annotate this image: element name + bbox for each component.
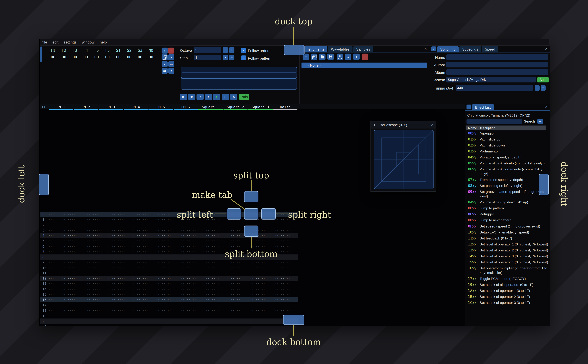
instrument-list-selected-item[interactable]: ○ - None - xyxy=(301,63,427,68)
orders-cell[interactable]: 00 xyxy=(113,55,124,59)
repeat-pattern-button[interactable]: ↻ xyxy=(230,94,238,100)
pattern-row[interactable]: 9 ··· ·· ·· ······ ·· ·· ······ ·· ·· ··… xyxy=(40,260,298,265)
window-menu-button[interactable]: ▼ xyxy=(467,104,471,110)
effect-row[interactable]: 1Bxx Set attack of operator 2 (0 to 1F) xyxy=(465,294,550,300)
effect-row[interactable]: 13xx Set level of operator 2 (0 highest,… xyxy=(465,247,550,253)
pattern-row[interactable]: 11 ··· ·· ·· ······ ·· ·· ······ ·· ·· ·… xyxy=(40,271,298,276)
collapse-arrow-icon[interactable]: ▼ xyxy=(373,124,376,126)
effect-row[interactable]: 1Cxx Set attack of operator 3 (0 to 1F) xyxy=(465,300,550,306)
follow-pattern-checkbox[interactable]: ✓ xyxy=(241,55,246,60)
song-info-tab[interactable]: Song Info xyxy=(437,46,459,52)
effect-row[interactable]: 0Bxx Jump to pattern xyxy=(465,205,550,211)
instrument-save-button[interactable] xyxy=(327,54,334,60)
split-target-top[interactable] xyxy=(244,191,258,202)
effect-row[interactable]: 17xx Toggle PCM mode (LEGACY) xyxy=(465,276,550,282)
orders-remove-button[interactable]: − xyxy=(168,48,174,54)
step-input[interactable]: 1 xyxy=(194,55,221,60)
make-tab-target-center[interactable] xyxy=(244,208,258,220)
name-input[interactable] xyxy=(446,54,548,60)
dock-target-bottom[interactable] xyxy=(283,315,304,325)
orders-cell[interactable]: 00 xyxy=(80,55,91,59)
effect-row[interactable]: 06xy Volume slide + portamento (compatib… xyxy=(465,166,550,177)
effect-row[interactable]: 07xy Tremolo (x: speed; y: depth) xyxy=(465,177,550,183)
pattern-row[interactable]: 18 ··· ·· ·· ······ ·· ·· ······ ·· ·· ·… xyxy=(40,308,298,313)
channel-header[interactable]: FM 4 xyxy=(123,104,148,110)
effect-table-header[interactable]: Name Description xyxy=(466,125,546,130)
pattern-row[interactable]: 0 ··· ·· ·· ······ ·· ·· ······ ·· ·· ··… xyxy=(40,212,298,217)
menu-item[interactable]: settings xyxy=(64,40,77,44)
orders-cell[interactable]: 00 xyxy=(91,55,102,59)
instruments-tab[interactable]: Wavetables xyxy=(328,46,352,52)
orders-cell[interactable]: 00 xyxy=(69,55,80,59)
edit-toggle-button[interactable]: ● xyxy=(213,94,220,100)
channel-header[interactable]: Square 1 xyxy=(198,104,223,110)
orders-cell[interactable]: 00 xyxy=(102,55,113,59)
step-increase-button[interactable]: + xyxy=(229,55,234,60)
tuning-input[interactable]: 440 xyxy=(456,85,533,91)
poly-toggle-button[interactable]: Poly xyxy=(239,94,249,100)
channel-header[interactable]: Noise xyxy=(273,104,298,110)
effect-row[interactable]: 0Dxx Jump to next pattern xyxy=(465,217,550,223)
effect-row[interactable]: 19xx Set attack of all operators (0 to 1… xyxy=(465,282,550,288)
effect-row[interactable]: 08xy Set panning (x: left; y: right) xyxy=(465,183,550,189)
octave-decrease-button[interactable]: - xyxy=(223,47,228,53)
split-target-bottom[interactable] xyxy=(244,226,258,237)
pattern-row[interactable]: 2 ··· ·· ·· ······ ·· ·· ······ ·· ·· ··… xyxy=(40,222,298,228)
effect-list-tab[interactable]: Effect List xyxy=(472,104,494,110)
instrument-folders-button[interactable] xyxy=(337,54,343,60)
menu-item[interactable]: window xyxy=(82,40,94,44)
instrument-delete-button[interactable]: × xyxy=(362,54,368,60)
author-input[interactable] xyxy=(446,62,548,67)
close-icon[interactable]: × xyxy=(424,47,427,51)
orders-move-down-button[interactable]: ▼ xyxy=(162,61,168,67)
metronome-button[interactable]: ♩ xyxy=(222,94,229,100)
effect-row[interactable]: 14xx Set level of operator 3 (0 highest,… xyxy=(465,253,550,259)
pattern-row[interactable]: 1 ··· ·· ·· ······ ·· ·· ······ ·· ·· ··… xyxy=(40,217,298,222)
pattern-row[interactable]: 21 ··· ·· ·· ······ ·· ·· ······ ·· ·· ·… xyxy=(40,324,298,326)
effect-row[interactable]: 10xy Setup LFO (x: enable; y: speed) xyxy=(465,229,550,235)
channel-header[interactable]: Square 3 xyxy=(248,104,273,110)
play-pattern-button[interactable]: ◉ xyxy=(188,94,195,100)
instruments-tab[interactable]: Samples xyxy=(353,46,373,52)
pattern-row[interactable]: 3 ··· ·· ·· ······ ·· ·· ······ ·· ·· ··… xyxy=(40,228,298,233)
instrument-move-up-button[interactable]: ▲ xyxy=(345,54,351,60)
tuning-increase-button[interactable]: + xyxy=(541,85,546,91)
octave-increase-button[interactable]: + xyxy=(229,47,234,53)
channel-header[interactable]: FM 5 xyxy=(148,104,173,110)
effect-row[interactable]: 02xx Pitch slide down xyxy=(465,142,550,148)
effect-row[interactable]: 04xy Vibrato (x: speed; y: depth) xyxy=(465,154,550,160)
orders-cell[interactable]: 00 xyxy=(124,55,135,59)
oscilloscope-titlebar[interactable]: ▼ Oscilloscope (X-Y) xyxy=(371,121,436,129)
effect-row[interactable]: 0Axy Volume slide (0y: down; x0: up) xyxy=(465,199,550,205)
effect-search-input[interactable] xyxy=(467,119,522,124)
song-info-tab[interactable]: Subsongs xyxy=(459,46,481,52)
pattern-row[interactable]: 19 ··· ·· ·· ······ ·· ·· ······ ·· ·· ·… xyxy=(40,313,298,318)
system-auto-button[interactable]: Auto xyxy=(537,77,548,82)
pattern-corner-expand[interactable]: ++ xyxy=(42,105,46,109)
orders-cell[interactable]: 00 xyxy=(59,55,69,59)
pattern-row[interactable]: 4 ··· ·· ·· ······ ·· ·· ······ ·· ·· ··… xyxy=(40,233,298,238)
close-icon[interactable]: × xyxy=(431,123,434,127)
effect-row[interactable]: 0Fxx Set speed (speed 2 if no grooves ex… xyxy=(465,223,550,229)
channel-header[interactable]: FM 6 xyxy=(173,104,198,110)
octave-input[interactable]: 3 xyxy=(194,47,221,53)
instruments-tab[interactable]: Instruments xyxy=(303,46,327,52)
dock-target-right[interactable] xyxy=(539,174,548,195)
orders-duplicate-end-button[interactable]: ⇊ xyxy=(168,61,174,67)
effect-row[interactable]: 09xx Set groove pattern (speed 1 if no g… xyxy=(465,189,550,199)
close-icon[interactable]: × xyxy=(545,105,548,109)
channel-header[interactable]: FM 1 xyxy=(48,104,73,110)
pattern-row[interactable]: 16 ··· ·· ·· ······ ·· ·· ······ ·· ·· ·… xyxy=(40,297,298,302)
close-icon[interactable]: × xyxy=(545,47,548,51)
dock-target-left[interactable] xyxy=(39,174,49,195)
search-menu-button[interactable]: ≡ xyxy=(537,119,543,124)
orders-cell[interactable]: 00 xyxy=(145,55,156,59)
effect-row[interactable]: 16xy Set operator multiplier (x: operato… xyxy=(465,265,550,276)
pattern-row[interactable]: 10 ··· ·· ·· ······ ·· ·· ······ ·· ·· ·… xyxy=(40,265,298,271)
orders-edit-mode-button[interactable]: ➤ xyxy=(168,68,174,74)
effect-row[interactable]: 00xy Arpeggio xyxy=(465,130,550,136)
instrument-move-down-button[interactable]: ▼ xyxy=(353,54,360,60)
dock-target-top[interactable] xyxy=(284,45,304,55)
channel-header[interactable]: Square 2 xyxy=(223,104,248,110)
channel-header[interactable]: FM 3 xyxy=(98,104,123,110)
